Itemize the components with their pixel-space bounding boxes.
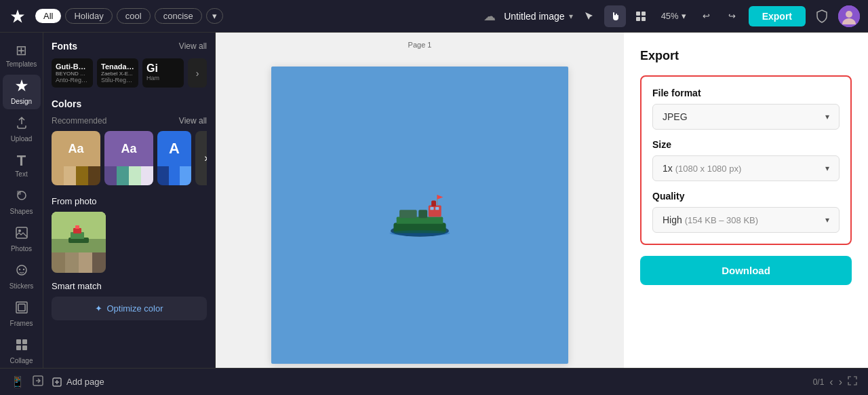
font-card-1[interactable]: Tenada-... Zaebel X-E... Stilu-Regular: [97, 58, 138, 88]
quality-value: High (154 KB – 308 KB): [663, 214, 758, 225]
stickers-icon: [15, 263, 28, 280]
palette-letter-0: Aa: [52, 131, 100, 166]
file-format-chevron: ▾: [825, 112, 829, 121]
left-panel: Fonts View all Guti-Bo... BEYOND PRO... …: [43, 33, 216, 368]
add-page-label: Add page: [66, 377, 104, 387]
font-card-2[interactable]: Gi Ham: [142, 58, 184, 88]
sidebar-item-design[interactable]: Design: [3, 75, 41, 109]
fonts-view-all[interactable]: View all: [179, 41, 207, 51]
quality-select[interactable]: High (154 KB – 308 KB) ▾: [652, 207, 840, 233]
sidebar-item-photos[interactable]: Photos: [3, 222, 41, 257]
font-card-0[interactable]: Guti-Bo... BEYOND PRO... Anto-Regular: [52, 58, 93, 88]
svg-rect-1: [642, 12, 646, 16]
smart-match-label: Smart match: [52, 281, 207, 291]
tag-concise[interactable]: concise: [155, 8, 202, 24]
avatar[interactable]: [838, 5, 860, 27]
sidebar-item-shapes[interactable]: Shapes: [3, 185, 41, 219]
frames-icon: [15, 301, 28, 318]
svg-point-12: [22, 269, 24, 270]
svg-rect-29: [418, 210, 427, 218]
export-button[interactable]: Export: [749, 6, 806, 26]
smart-match-section: Smart match ✦ Optimize color: [52, 281, 207, 320]
from-photo-section: From photo: [52, 196, 207, 273]
redo-button[interactable]: ↪: [722, 5, 743, 27]
palette-card-2[interactable]: A: [157, 131, 191, 185]
sidebar-item-frames[interactable]: Frames: [3, 297, 41, 331]
svg-rect-28: [399, 210, 417, 218]
zoom-control[interactable]: 45% ▾: [656, 8, 692, 24]
palette-card-1[interactable]: Aa: [104, 131, 153, 185]
prev-page-icon[interactable]: ‹: [829, 376, 833, 388]
palette-more-button[interactable]: ›: [195, 131, 207, 185]
svg-rect-8: [16, 227, 27, 238]
photos-icon: [15, 226, 28, 243]
file-format-select[interactable]: JPEG ▾: [652, 104, 840, 130]
layout-tool[interactable]: [630, 5, 652, 27]
download-button[interactable]: Download: [640, 256, 852, 285]
font-scroll-arrow[interactable]: ›: [188, 58, 207, 88]
sidebar-item-stickers[interactable]: Stickers: [3, 259, 41, 294]
canvas-frame[interactable]: [271, 67, 568, 364]
sidebar-item-text[interactable]: T Text: [3, 149, 41, 182]
design-icon: [15, 79, 28, 96]
optimize-icon: ✦: [95, 303, 102, 314]
pointer-tool[interactable]: [578, 5, 600, 27]
svg-point-10: [17, 265, 26, 275]
next-page-icon[interactable]: ›: [839, 376, 842, 388]
main: ⊞ Templates Design Upload T Text Shapes: [0, 33, 868, 368]
sidebar-item-collage[interactable]: Collage: [3, 334, 41, 368]
undo-button[interactable]: ↩: [696, 5, 717, 27]
fullscreen-icon[interactable]: [848, 376, 857, 388]
logo[interactable]: [8, 7, 27, 26]
doc-title-chevron: ▾: [569, 12, 573, 21]
svg-rect-32: [435, 207, 439, 210]
palette-card-0[interactable]: Aa: [52, 131, 100, 185]
swatch: [52, 166, 64, 185]
svg-rect-15: [16, 339, 21, 344]
sidebar-label-shapes: Shapes: [10, 208, 33, 215]
shield-icon[interactable]: [811, 5, 833, 27]
size-select[interactable]: 1x (1080 x 1080 px) ▾: [652, 155, 840, 181]
templates-icon: ⊞: [16, 42, 27, 58]
svg-rect-33: [431, 201, 436, 207]
optimize-color-button[interactable]: ✦ Optimize color: [52, 297, 207, 320]
share-icon[interactable]: [33, 375, 43, 389]
tag-all[interactable]: All: [35, 9, 61, 23]
sidebar-item-upload[interactable]: Upload: [3, 112, 41, 147]
ship-image: [379, 188, 460, 242]
colors-view-all[interactable]: View all: [179, 116, 207, 126]
swatch: [129, 166, 141, 185]
cloud-icon[interactable]: ☁: [481, 9, 498, 24]
size-chevron: ▾: [825, 164, 829, 173]
collage-icon: [15, 338, 28, 355]
tag-holiday[interactable]: Holiday: [65, 8, 112, 24]
from-photo-label: From photo: [52, 196, 207, 206]
photo-palette-card[interactable]: [52, 212, 106, 273]
bottom-right: 0/1 ‹ ›: [813, 376, 857, 388]
export-options-box: File format JPEG ▾ Size 1x (1080 x 1080 …: [640, 75, 852, 245]
text-icon: T: [17, 153, 26, 168]
svg-rect-30: [429, 205, 441, 217]
phone-icon[interactable]: 📱: [11, 375, 24, 388]
tag-cool[interactable]: cool: [117, 8, 151, 24]
swatch: [104, 166, 117, 185]
hand-tool[interactable]: [604, 5, 626, 27]
svg-marker-35: [437, 195, 443, 200]
font-title-1: Tenada-...: [101, 62, 134, 71]
tag-more-button[interactable]: ▾: [206, 8, 223, 24]
palette-swatches-1: [104, 166, 153, 185]
photo-swatches: [52, 252, 106, 273]
add-page-button[interactable]: Add page: [52, 377, 104, 388]
palette-swatches-2: [157, 166, 191, 185]
bottombar: 📱 Add page 0/1 ‹ ›: [0, 368, 868, 395]
swatch: [157, 166, 169, 185]
sidebar-item-templates[interactable]: ⊞ Templates: [3, 38, 41, 72]
export-panel-title: Export: [640, 49, 852, 63]
palette-letter-1: Aa: [104, 131, 153, 166]
tag-filter: All Holiday cool concise ▾: [35, 8, 475, 24]
font-sub-0: BEYOND PRO...: [56, 71, 89, 77]
doc-title[interactable]: Untitled image ▾: [504, 11, 573, 22]
quality-label: Quality: [652, 191, 840, 202]
swatch: [76, 166, 88, 185]
sidebar-label-design: Design: [11, 98, 32, 105]
